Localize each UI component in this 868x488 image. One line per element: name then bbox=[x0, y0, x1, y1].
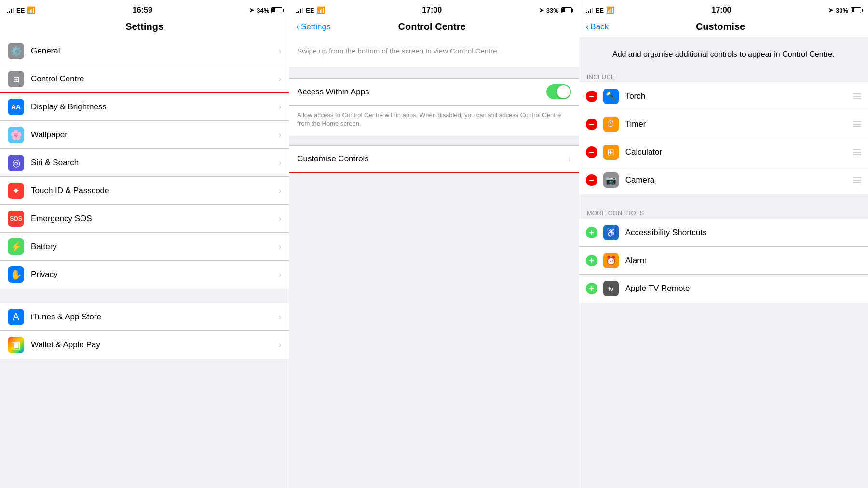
control-centre-icon: ⊞ bbox=[8, 71, 24, 87]
cc-nav-bar: ‹ Settings Control Centre bbox=[289, 18, 578, 32]
settings-row-display[interactable]: AA Display & Brightness › bbox=[0, 93, 289, 121]
camera-label: Camera bbox=[625, 175, 853, 185]
include-calculator[interactable]: − ⊞ Calculator bbox=[579, 138, 868, 166]
wallpaper-icon: 🌸 bbox=[8, 127, 24, 143]
privacy-icon: ✋ bbox=[8, 266, 24, 283]
wallet-label: Wallet & Apple Pay bbox=[31, 340, 279, 350]
access-within-apps-label: Access Within Apps bbox=[297, 87, 546, 97]
settings-row-siri[interactable]: ◎ Siri & Search › bbox=[0, 149, 289, 177]
camera-icon: 📷 bbox=[603, 172, 619, 188]
cc-info-text: Swipe up from the bottom of the screen t… bbox=[297, 47, 499, 55]
cc-toggle-desc-text: Allow access to Control Centre within ap… bbox=[297, 111, 561, 127]
time-3: 17:00 bbox=[712, 6, 732, 14]
battery-label: Battery bbox=[31, 242, 279, 251]
cc-toggle-desc: Allow access to Control Centre within ap… bbox=[289, 106, 578, 136]
cc-info-box: Swipe up from the bottom of the screen t… bbox=[289, 32, 578, 67]
torch-icon: 🔦 bbox=[603, 89, 619, 104]
battery-icon-3 bbox=[851, 7, 861, 13]
customise-controls-row[interactable]: Customise Controls › bbox=[289, 145, 578, 172]
carrier-1: EE bbox=[16, 7, 25, 14]
battery-fill-2 bbox=[562, 8, 565, 12]
settings-row-battery[interactable]: ⚡ Battery › bbox=[0, 233, 289, 261]
battery-chevron: › bbox=[279, 242, 281, 251]
cc-back-button[interactable]: ‹ Settings bbox=[296, 21, 330, 32]
appletv-plus[interactable]: + bbox=[586, 283, 597, 294]
settings-row-itunes[interactable]: A iTunes & App Store › bbox=[0, 303, 289, 331]
timer-minus[interactable]: − bbox=[586, 119, 597, 130]
include-list: − 🔦 Torch − ⏱ Timer − ⊞ Calculator − bbox=[579, 82, 868, 194]
more-accessibility[interactable]: + ♿ Accessibility Shortcuts bbox=[579, 219, 868, 247]
calculator-minus[interactable]: − bbox=[586, 146, 597, 158]
timer-drag-handle[interactable] bbox=[853, 121, 861, 127]
general-chevron: › bbox=[279, 47, 281, 55]
battery-pct-1: 34% bbox=[257, 7, 269, 14]
status-right-3: ➤ 33% bbox=[828, 7, 861, 14]
torch-drag-handle[interactable] bbox=[853, 93, 861, 99]
battery-container-3 bbox=[851, 7, 861, 13]
settings-list: ⚙️ General › ⊞ Control Centre › AA Displ… bbox=[0, 37, 289, 488]
status-bar-1: EE 📶 16:59 ➤ 34% bbox=[0, 0, 289, 18]
settings-row-touchid[interactable]: ✦ Touch ID & Passcode › bbox=[0, 177, 289, 205]
settings-row-general[interactable]: ⚙️ General › bbox=[0, 37, 289, 65]
cust-back-button[interactable]: ‹ Back bbox=[586, 21, 609, 32]
location-icon-2: ➤ bbox=[539, 7, 544, 13]
battery-icon-1 bbox=[271, 7, 282, 13]
calculator-label: Calculator bbox=[625, 147, 853, 157]
timer-label: Timer bbox=[625, 119, 853, 129]
settings-row-privacy[interactable]: ✋ Privacy › bbox=[0, 261, 289, 289]
include-timer[interactable]: − ⏱ Timer bbox=[579, 110, 868, 138]
access-within-apps-toggle[interactable] bbox=[546, 84, 571, 99]
battery-container-2 bbox=[561, 7, 572, 13]
display-label: Display & Brightness bbox=[31, 102, 279, 112]
location-icon-1: ➤ bbox=[249, 7, 254, 13]
sos-icon: SOS bbox=[8, 211, 24, 227]
status-left-2: EE 📶 bbox=[296, 6, 325, 14]
touchid-label: Touch ID & Passcode bbox=[31, 186, 279, 196]
section-gap-1 bbox=[0, 289, 289, 303]
cust-description: Add and organise additional controls to … bbox=[579, 37, 868, 69]
time-2: 17:00 bbox=[422, 6, 442, 14]
control-centre-chevron: › bbox=[279, 75, 281, 83]
settings-row-sos[interactable]: SOS Emergency SOS › bbox=[0, 205, 289, 233]
settings-row-control-centre[interactable]: ⊞ Control Centre › bbox=[0, 65, 289, 93]
carrier-3: EE bbox=[596, 7, 604, 14]
settings-row-wallpaper[interactable]: 🌸 Wallpaper › bbox=[0, 121, 289, 149]
customise-panel: EE 📶 17:00 ➤ 33% ‹ Back Customise Add an… bbox=[579, 0, 868, 488]
wallet-chevron: › bbox=[279, 341, 281, 349]
more-alarm[interactable]: + ⏰ Alarm bbox=[579, 247, 868, 275]
control-centre-label: Control Centre bbox=[31, 74, 279, 84]
torch-minus[interactable]: − bbox=[586, 91, 597, 102]
cust-desc-text: Add and organise additional controls to … bbox=[612, 50, 835, 58]
customise-selected-bar bbox=[289, 172, 578, 173]
customise-controls-label: Customise Controls bbox=[297, 154, 568, 164]
more-section-header: MORE CONTROLS bbox=[579, 206, 868, 219]
appletv-icon: tv bbox=[603, 281, 619, 296]
status-right-1: ➤ 34% bbox=[249, 7, 282, 14]
torch-label: Torch bbox=[625, 92, 853, 101]
appletv-label: Apple TV Remote bbox=[625, 284, 861, 293]
calculator-drag-handle[interactable] bbox=[853, 149, 861, 155]
timer-icon: ⏱ bbox=[603, 117, 619, 132]
wallet-icon: ▣ bbox=[8, 337, 24, 353]
status-bar-3: EE 📶 17:00 ➤ 33% bbox=[579, 0, 868, 18]
include-torch[interactable]: − 🔦 Torch bbox=[579, 82, 868, 110]
control-centre-panel: EE 📶 17:00 ➤ 33% ‹ Settings Control Cent… bbox=[289, 0, 579, 488]
signal-bars-1 bbox=[7, 7, 14, 13]
accessibility-plus[interactable]: + bbox=[586, 227, 597, 238]
accessibility-label: Accessibility Shortcuts bbox=[625, 228, 861, 237]
include-camera[interactable]: − 📷 Camera bbox=[579, 166, 868, 194]
include-section-header: INCLUDE bbox=[579, 69, 868, 82]
privacy-chevron: › bbox=[279, 270, 281, 279]
cc-title: Control Centre bbox=[330, 21, 533, 32]
camera-minus[interactable]: − bbox=[586, 174, 597, 186]
camera-drag-handle[interactable] bbox=[853, 177, 861, 183]
more-appletv[interactable]: + tv Apple TV Remote bbox=[579, 275, 868, 303]
status-left-3: EE 📶 bbox=[586, 6, 614, 14]
carrier-2: EE bbox=[306, 7, 314, 14]
battery-pct-3: 33% bbox=[836, 7, 848, 14]
settings-row-wallet[interactable]: ▣ Wallet & Apple Pay › bbox=[0, 331, 289, 359]
sos-chevron: › bbox=[279, 214, 281, 223]
alarm-plus[interactable]: + bbox=[586, 255, 597, 266]
more-controls-list: + ♿ Accessibility Shortcuts + ⏰ Alarm + … bbox=[579, 219, 868, 303]
battery-container-1 bbox=[271, 7, 282, 13]
